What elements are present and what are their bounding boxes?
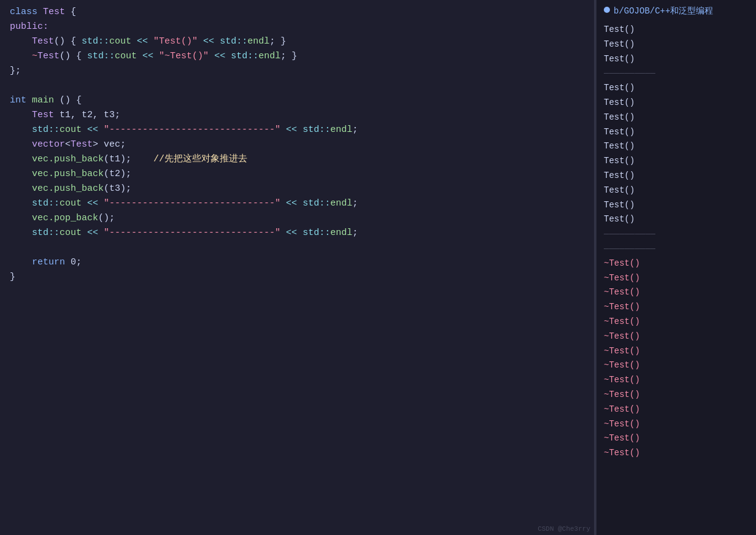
output-line: Test() [604, 52, 756, 67]
code-line: Test() { std::cout << "Test()" << std::e… [0, 34, 594, 49]
output-line: ~Test() [604, 344, 756, 359]
output-line: Test() [604, 212, 756, 227]
output-line: ~Test() [604, 373, 756, 388]
output-header: b/GOJOB/C++和泛型编程 [604, 5, 756, 18]
code-line: } [0, 270, 594, 285]
output-line: ~Test() [604, 402, 756, 417]
output-panel: b/GOJOB/C++和泛型编程 Test()Test()Test()—————… [596, 0, 756, 535]
code-line: ~Test() { std::cout << "~Test()" << std:… [0, 49, 594, 64]
code-line [0, 79, 594, 93]
output-line: ~Test() [604, 417, 756, 432]
output-line: Test() [604, 183, 756, 198]
output-line: Test() [604, 169, 756, 183]
code-editor: class Test {public: Test() { std::cout <… [0, 0, 594, 535]
output-line: Test() [604, 23, 756, 37]
code-line: vec.pop_back(); [0, 211, 594, 226]
output-line: —————————— [604, 66, 756, 81]
output-line: ~Test() [604, 271, 756, 286]
output-line: Test() [604, 37, 756, 52]
output-line: Test() [604, 198, 756, 213]
output-line: ~Test() [604, 358, 756, 373]
output-line: Test() [604, 96, 756, 110]
code-line: vector<Test> vec; [0, 137, 594, 152]
code-line: int main () { [0, 93, 594, 108]
code-line [0, 241, 594, 255]
status-dot [604, 7, 610, 13]
output-line: Test() [604, 139, 756, 154]
output-line: ~Test() [604, 285, 756, 300]
output-lines: Test()Test()Test()——————————Test()Test()… [604, 23, 756, 461]
output-line: ~Test() [604, 315, 756, 329]
output-line: Test() [604, 110, 756, 125]
output-line: —————————— [604, 242, 756, 256]
code-line: std::cout << "--------------------------… [0, 226, 594, 241]
code-line: vec.push_back(t1); //先把这些对象推进去 [0, 152, 594, 167]
code-line: std::cout << "--------------------------… [0, 196, 594, 211]
output-line: ~Test() [604, 300, 756, 315]
output-line: Test() [604, 81, 756, 96]
output-line: —————————— [604, 227, 756, 242]
output-title: b/GOJOB/C++和泛型编程 [614, 5, 713, 18]
output-line: ~Test() [604, 388, 756, 402]
code-line: Test t1, t2, t3; [0, 108, 594, 123]
code-line: class Test { [0, 5, 594, 20]
output-line: ~Test() [604, 431, 756, 446]
code-line: }; [0, 64, 594, 79]
code-line: vec.push_back(t2); [0, 167, 594, 182]
code-line: vec.push_back(t3); [0, 182, 594, 196]
output-line: Test() [604, 154, 756, 169]
output-line: Test() [604, 125, 756, 140]
output-line: ~Test() [604, 329, 756, 344]
watermark: CSDN @Che3rry [538, 525, 590, 533]
output-line: ~Test() [604, 446, 756, 461]
output-line: ~Test() [604, 256, 756, 271]
code-line: return 0; [0, 255, 594, 270]
code-line: std::cout << "--------------------------… [0, 123, 594, 137]
code-line: public: [0, 20, 594, 34]
